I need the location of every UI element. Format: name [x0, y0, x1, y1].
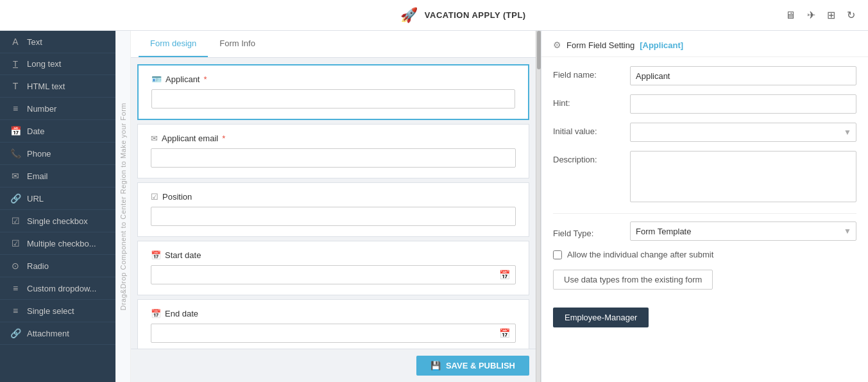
- sidebar-item-label: Custom dropdow...: [27, 284, 96, 293]
- employee-btn-wrap: Employee-Manager: [553, 308, 856, 327]
- start-date-field-icon: 📅: [151, 250, 161, 260]
- tab-form-design[interactable]: Form design: [139, 31, 208, 57]
- checkbox-icon: ☑: [10, 216, 21, 226]
- phone-icon: 📞: [10, 148, 21, 159]
- sidebar-item-custom-dropdown[interactable]: ≡ Custom dropdow...: [0, 277, 115, 300]
- topbar-title: VACATION APPLY (TPL): [425, 10, 526, 20]
- form-field-applicant[interactable]: 🪪 Applicant *: [137, 64, 529, 120]
- field-type-label: Field Type:: [553, 225, 630, 238]
- sidebar-item-url[interactable]: 🔗 URL: [0, 187, 115, 210]
- form-field-end-date[interactable]: 📅 End date 📅: [137, 299, 529, 349]
- field-type-wrap: Form Template Text Long text Number Date…: [630, 221, 856, 241]
- allow-change-checkbox[interactable]: [553, 250, 562, 259]
- scrollbar[interactable]: [536, 31, 541, 382]
- sidebar-item-multiple-checkbox[interactable]: ☑ Multiple checkbo...: [0, 232, 115, 255]
- field-type-select[interactable]: Form Template Text Long text Number Date: [630, 221, 856, 241]
- save-publish-button[interactable]: 💾 SAVE & PUBLISH: [416, 356, 529, 376]
- send-icon[interactable]: ✈: [807, 9, 815, 21]
- description-label: Description:: [553, 151, 630, 164]
- sidebar-item-label: Multiple checkbo...: [27, 239, 96, 248]
- applicant-field-name: Applicant: [166, 74, 200, 84]
- right-panel-title: Form Field Setting: [566, 40, 634, 50]
- save-label: SAVE & PUBLISH: [446, 361, 515, 370]
- monitor-icon[interactable]: 🖥: [785, 10, 796, 21]
- initial-value-row: Initial value: ▼: [553, 123, 856, 142]
- form-footer: 💾 SAVE & PUBLISH: [131, 349, 536, 382]
- calendar-icon-end: 📅: [499, 328, 510, 338]
- grid-icon[interactable]: ⊞: [827, 9, 835, 21]
- field-name-wrap: [630, 66, 856, 85]
- form-field-position[interactable]: ☑ Position: [137, 182, 529, 237]
- sidebar-item-single-select[interactable]: ≡ Single select: [0, 300, 115, 322]
- url-icon: 🔗: [10, 193, 21, 204]
- description-wrap: [630, 151, 856, 204]
- hint-input[interactable]: [630, 94, 856, 114]
- sidebar-item-text[interactable]: A Text: [0, 31, 115, 53]
- sidebar-item-phone[interactable]: 📞 Phone: [0, 143, 115, 165]
- text-icon: A: [10, 37, 21, 47]
- position-input[interactable]: [151, 207, 516, 226]
- field-name-input[interactable]: [630, 66, 856, 85]
- sidebar-item-long-text[interactable]: T Long text: [0, 53, 115, 75]
- tab-form-info[interactable]: Form Info: [208, 31, 267, 57]
- employee-manager-button[interactable]: Employee-Manager: [553, 308, 649, 327]
- divider: [553, 213, 856, 214]
- allow-change-row: Allow the individual change after submit: [553, 250, 856, 259]
- form-area: Form design Form Info 🪪 Applicant * ✉: [131, 31, 536, 382]
- email-icon: ✉: [10, 171, 21, 181]
- initial-value-wrap: ▼: [630, 123, 856, 142]
- dropdown-icon: ≡: [10, 283, 21, 293]
- refresh-icon[interactable]: ↻: [847, 9, 855, 21]
- position-field-name: Position: [162, 192, 192, 202]
- initial-value-select[interactable]: [630, 123, 856, 142]
- end-date-field-icon: 📅: [151, 309, 161, 318]
- sidebar-item-html-text[interactable]: T HTML text: [0, 75, 115, 98]
- sidebar-item-label: Email: [27, 171, 48, 181]
- topbar: 🚀 VACATION APPLY (TPL) 🖥 ✈ ⊞ ↻: [0, 0, 868, 31]
- initial-value-label: Initial value:: [553, 123, 630, 136]
- allow-change-label: Allow the individual change after submit: [567, 250, 713, 259]
- use-data-button[interactable]: Use data types from the existing form: [553, 270, 713, 290]
- sidebar-item-label: Attachment: [27, 329, 69, 338]
- position-field-icon: ☑: [151, 192, 158, 202]
- form-tabs: Form design Form Info: [131, 31, 536, 58]
- end-date-field-name: End date: [165, 309, 198, 318]
- form-field-applicant-email[interactable]: ✉ Applicant email *: [137, 124, 529, 178]
- right-form: Field name: Hint: Initial value:: [541, 57, 868, 336]
- hint-wrap: [630, 94, 856, 114]
- field-name-label: Field name:: [553, 66, 630, 80]
- right-panel: ⚙ Form Field Setting [Applicant] Field n…: [541, 31, 868, 382]
- sidebar-item-attachment[interactable]: 🔗 Attachment: [0, 322, 115, 345]
- initial-value-select-wrap: ▼: [630, 123, 856, 142]
- start-date-label: 📅 Start date: [151, 250, 516, 260]
- calendar-icon-start: 📅: [499, 270, 510, 280]
- drag-label-strip: Drag&Drop Component to Center Region to …: [115, 31, 131, 382]
- settings-icon: ⚙: [553, 40, 561, 50]
- right-panel-highlight: [Applicant]: [640, 40, 683, 50]
- sidebar-item-label: Radio: [27, 261, 49, 271]
- sidebar-item-radio[interactable]: ⊙ Radio: [0, 255, 115, 277]
- sidebar-item-email[interactable]: ✉ Email: [0, 165, 115, 187]
- date-icon: 📅: [10, 126, 21, 136]
- start-date-field-name: Start date: [165, 250, 201, 260]
- sidebar-item-label: Single checkbox: [27, 216, 88, 226]
- sidebar-item-label: Phone: [27, 149, 51, 159]
- topbar-right: 🖥 ✈ ⊞ ↻: [785, 9, 855, 21]
- applicant-input[interactable]: [151, 89, 515, 109]
- applicant-email-field-name: Applicant email: [162, 134, 218, 143]
- select-icon: ≡: [10, 306, 21, 316]
- sidebar-item-number[interactable]: ≡ Number: [0, 98, 115, 120]
- end-date-input[interactable]: 📅: [151, 324, 516, 343]
- attachment-icon: 🔗: [10, 328, 21, 338]
- description-textarea[interactable]: [630, 151, 856, 202]
- right-panel-header: ⚙ Form Field Setting [Applicant]: [541, 31, 868, 57]
- sidebar-item-single-checkbox[interactable]: ☑ Single checkbox: [0, 210, 115, 232]
- main-layout: A Text T Long text T HTML text ≡ Number …: [0, 31, 868, 382]
- sidebar-item-date[interactable]: 📅 Date: [0, 120, 115, 143]
- start-date-input[interactable]: 📅: [151, 265, 516, 284]
- applicant-email-input[interactable]: [151, 148, 516, 168]
- long-text-icon: T: [10, 59, 21, 69]
- multiple-checkbox-icon: ☑: [10, 238, 21, 248]
- form-field-start-date[interactable]: 📅 Start date 📅: [137, 241, 529, 295]
- app-icon: 🚀: [400, 7, 418, 24]
